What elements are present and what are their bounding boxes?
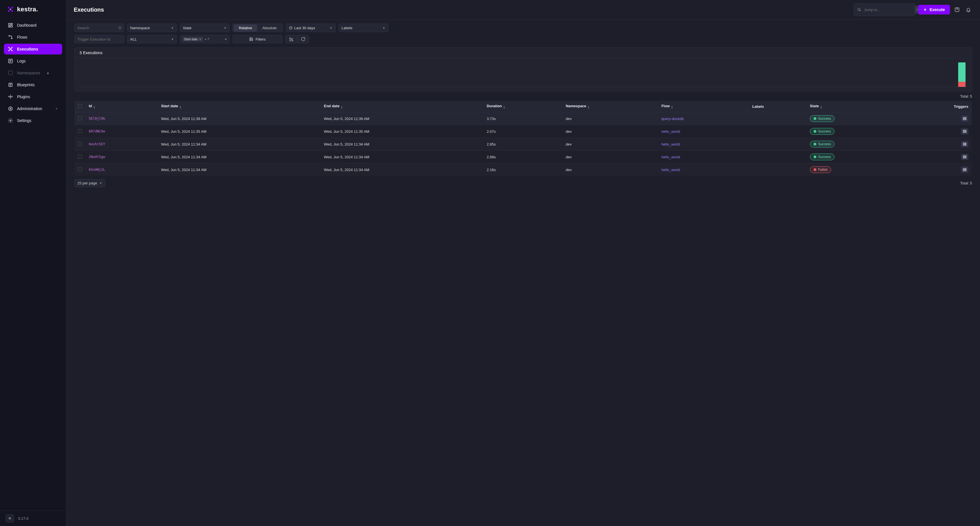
- svg-rect-42: [963, 169, 966, 170]
- nav-flows[interactable]: Flows: [4, 32, 62, 43]
- nav-namespaces[interactable]: Namespaces: [4, 67, 62, 78]
- nav-label: Logs: [17, 59, 25, 63]
- table-row[interactable]: 6R7dNC0e Wed, Jun 5, 2024 11:35 AM Wed, …: [75, 125, 972, 138]
- svg-rect-34: [963, 132, 966, 132]
- svg-rect-7: [11, 25, 13, 27]
- trigger-id-filter[interactable]: [74, 35, 124, 43]
- col-labels: Labels: [749, 101, 807, 112]
- svg-point-14: [8, 50, 10, 51]
- jump-to-search[interactable]: Ctrl/Cmd + K: [854, 3, 915, 16]
- row-select-checkbox[interactable]: [78, 142, 82, 146]
- table-row[interactable]: 6VxHWj2L Wed, Jun 5, 2024 11:34 AM Wed, …: [75, 163, 972, 176]
- col-namespace[interactable]: Namespace▲▼: [562, 101, 658, 112]
- trigger-detail-button[interactable]: [961, 167, 968, 173]
- col-state[interactable]: State▲▼: [807, 101, 905, 112]
- col-flow[interactable]: Flow▲▼: [658, 101, 749, 112]
- labels-filter[interactable]: Labels▼: [339, 24, 388, 32]
- nav-executions[interactable]: Executions: [4, 44, 62, 54]
- nav-label: Namespaces: [17, 71, 40, 75]
- trigger-detail-button[interactable]: [961, 154, 968, 160]
- per-page-select[interactable]: 25 per page ▼: [74, 179, 105, 187]
- cell-flow[interactable]: hello_world: [658, 138, 749, 151]
- row-select-checkbox[interactable]: [78, 155, 82, 159]
- logo-icon: [7, 6, 14, 13]
- admin-icon: [8, 106, 13, 111]
- date-range-filter[interactable]: Last 30 days ▼: [286, 24, 336, 32]
- cell-id[interactable]: 6exhc5EY: [85, 138, 158, 151]
- cell-id[interactable]: 5El0jl0k: [85, 112, 158, 125]
- chevron-down-icon: ▼: [99, 182, 102, 185]
- svg-point-1: [11, 7, 13, 8]
- help-button[interactable]: [953, 5, 961, 14]
- brand-logo[interactable]: kestra.: [0, 0, 66, 18]
- search-input[interactable]: [77, 26, 121, 30]
- col-end[interactable]: End date▲▼: [320, 101, 483, 112]
- select-all-checkbox[interactable]: [78, 104, 82, 108]
- cell-labels: [749, 125, 807, 138]
- cell-end: Wed, Jun 5, 2024 11:34 AM: [320, 138, 483, 151]
- state-filter[interactable]: State▼: [180, 24, 230, 32]
- col-id[interactable]: Id▲▼: [85, 101, 158, 112]
- cell-flow[interactable]: hello_world: [658, 151, 749, 163]
- chart-off-button[interactable]: [285, 35, 297, 43]
- cell-id[interactable]: 6R7dNC0e: [85, 125, 158, 138]
- nav-dashboard[interactable]: Dashboard: [4, 20, 62, 31]
- nav-logs[interactable]: Logs: [4, 56, 62, 66]
- nav-label: Plugins: [17, 94, 30, 99]
- cell-namespace: dev: [562, 125, 658, 138]
- refresh-button[interactable]: [297, 35, 309, 43]
- nav-plugins[interactable]: Plugins: [4, 91, 62, 102]
- collapse-sidebar-button[interactable]: [6, 514, 14, 523]
- gear-icon: [8, 118, 13, 123]
- nav-blueprints[interactable]: Blueprints: [4, 80, 62, 90]
- flow-icon: [8, 35, 13, 40]
- cell-id[interactable]: 2NxHl5gw: [85, 151, 158, 163]
- cell-flow[interactable]: hello_world: [658, 163, 749, 176]
- row-select-checkbox[interactable]: [78, 129, 82, 133]
- col-select: [75, 101, 86, 112]
- cell-flow[interactable]: hello_world: [658, 125, 749, 138]
- cell-triggers: [905, 112, 972, 125]
- col-duration[interactable]: Duration▲▼: [483, 101, 562, 112]
- svg-rect-35: [963, 143, 966, 143]
- row-select-checkbox[interactable]: [78, 116, 82, 120]
- table-row[interactable]: 2NxHl5gw Wed, Jun 5, 2024 11:34 AM Wed, …: [75, 151, 972, 163]
- sort-filter[interactable]: Start date ✕ + 7 ▼: [180, 35, 230, 43]
- clear-search-icon[interactable]: [118, 26, 122, 30]
- bell-button[interactable]: [964, 5, 973, 14]
- nav-administration[interactable]: Administration: [4, 103, 62, 114]
- table-row[interactable]: 6exhc5EY Wed, Jun 5, 2024 11:34 AM Wed, …: [75, 138, 972, 151]
- gauge-icon: [8, 23, 13, 28]
- namespace-filter[interactable]: Namespace▼: [127, 24, 177, 32]
- jump-input[interactable]: [864, 8, 912, 12]
- trigger-detail-button[interactable]: [961, 128, 968, 134]
- chevron-down-icon: ▼: [224, 26, 227, 30]
- search-filter[interactable]: [74, 24, 124, 32]
- trigger-detail-button[interactable]: [961, 115, 968, 122]
- nav-settings[interactable]: Settings: [4, 115, 62, 126]
- table-row[interactable]: 5El0jl0k Wed, Jun 5, 2024 11:38 AM Wed, …: [75, 112, 972, 125]
- cell-duration: 2.07s: [483, 125, 562, 138]
- nav-label: Administration: [17, 107, 42, 111]
- sort-chip[interactable]: Start date ✕: [182, 37, 203, 41]
- svg-rect-36: [963, 144, 966, 144]
- trigger-detail-button[interactable]: [961, 141, 968, 147]
- col-start[interactable]: Start date▲▼: [158, 101, 320, 112]
- cell-flow[interactable]: query-duckdb: [658, 112, 749, 125]
- filters-bar: Namespace▼ State▼ Relative Absolute Last…: [66, 19, 980, 46]
- filters-button[interactable]: Filters: [232, 35, 282, 43]
- version-label: 0.17.0: [18, 516, 29, 521]
- row-select-checkbox[interactable]: [78, 167, 82, 171]
- toggle-absolute[interactable]: Absolute: [257, 24, 282, 32]
- cell-labels: [749, 151, 807, 163]
- toggle-relative[interactable]: Relative: [234, 24, 257, 32]
- execute-button[interactable]: Execute: [918, 5, 950, 14]
- chevron-right-icon: [55, 107, 58, 110]
- svg-rect-30: [963, 118, 966, 119]
- trigger-id-input[interactable]: [77, 37, 121, 41]
- remove-chip-icon[interactable]: ✕: [199, 38, 201, 41]
- level-filter[interactable]: ALL▼: [127, 35, 177, 43]
- nav-label: Blueprints: [17, 83, 35, 87]
- cell-id[interactable]: 6VxHWj2L: [85, 163, 158, 176]
- brand-name: kestra.: [17, 6, 38, 13]
